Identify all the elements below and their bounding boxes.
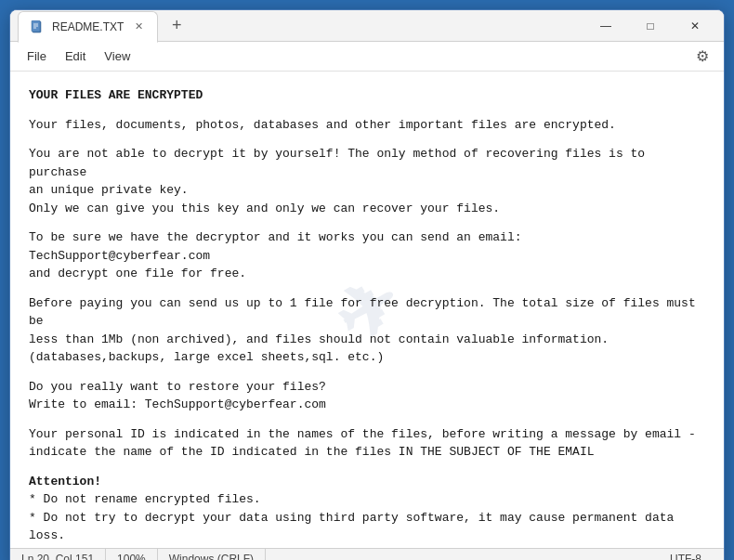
attention-block: Attention! * Do not rename encrypted fil… — [29, 473, 705, 549]
tab-close-button[interactable]: ✕ — [131, 20, 146, 34]
minimize-button[interactable]: — — [584, 11, 627, 41]
file-icon — [30, 20, 45, 34]
text-body: YOUR FILES ARE ENCRYPTED Your files, doc… — [29, 86, 705, 548]
cursor-position: Ln 20, Col 151 — [21, 549, 106, 560]
paragraph-1: Your files, documents, photos, databases… — [29, 116, 705, 135]
title-paragraph: YOUR FILES ARE ENCRYPTED — [29, 86, 705, 105]
window-controls: — □ ✕ — [584, 11, 716, 41]
paragraph-6: Your personal ID is indicated in the nam… — [29, 425, 705, 462]
tab-title: README.TXT — [52, 20, 124, 33]
text-editor[interactable]: YOUR FILES ARE ENCRYPTED Your files, doc… — [10, 72, 724, 548]
title-bar: README.TXT ✕ + — □ ✕ — [10, 10, 724, 42]
menu-bar: File Edit View ⚙ — [10, 42, 724, 72]
encoding: UTF-8 — [659, 549, 713, 560]
content-area: ✈ YOUR FILES ARE ENCRYPTED Your files, d… — [10, 72, 724, 548]
line-ending: Windows (CRLF) — [158, 549, 266, 560]
close-button[interactable]: ✕ — [674, 11, 716, 41]
menu-edit[interactable]: Edit — [56, 46, 95, 67]
active-tab[interactable]: README.TXT ✕ — [18, 11, 158, 43]
paragraph-4: Before paying you can send us up to 1 fi… — [29, 294, 705, 367]
menu-file[interactable]: File — [18, 46, 56, 67]
menu-view[interactable]: View — [95, 46, 139, 67]
status-bar: Ln 20, Col 151 100% Windows (CRLF) UTF-8 — [10, 548, 724, 560]
paragraph-3: To be sure we have the decryptor and it … — [29, 228, 705, 283]
paragraph-2: You are not able to decrypt it by yourse… — [29, 145, 705, 217]
notepad-window: README.TXT ✕ + — □ ✕ File Edit View ⚙ ✈ … — [9, 9, 725, 560]
paragraph-5: Do you really want to restore your files… — [29, 378, 705, 414]
zoom-level: 100% — [106, 549, 158, 560]
settings-button[interactable]: ⚙ — [688, 43, 716, 71]
maximize-button[interactable]: □ — [629, 11, 672, 41]
title-bar-left: README.TXT ✕ + — [18, 10, 584, 42]
new-tab-button[interactable]: + — [164, 13, 190, 39]
